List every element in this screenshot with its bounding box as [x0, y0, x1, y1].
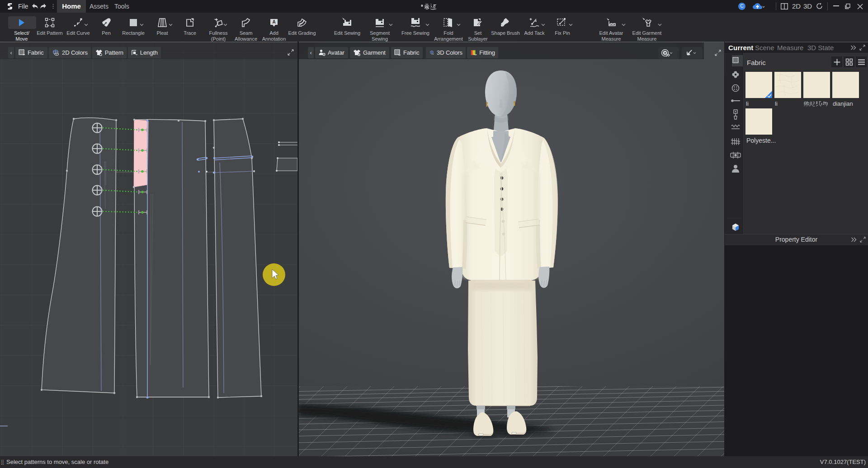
svg-text:A: A: [272, 19, 275, 24]
